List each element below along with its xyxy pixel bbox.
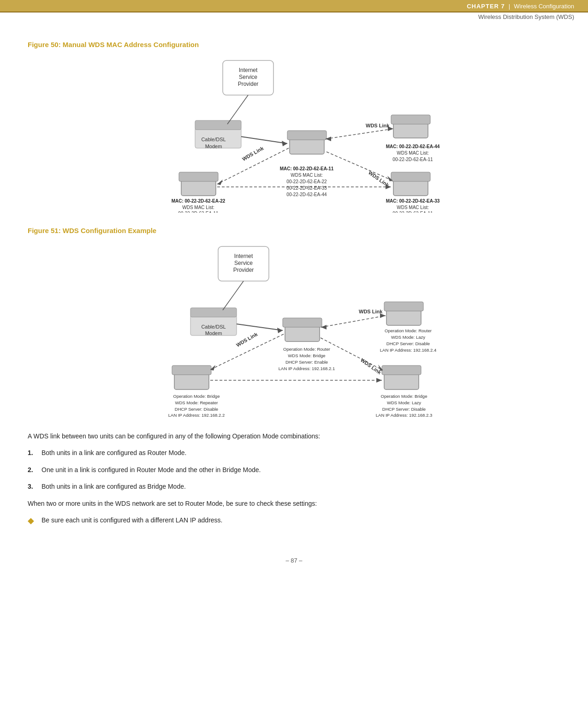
header-subtitle: Wireless Distribution System (WDS) [0, 13, 588, 22]
svg-text:WDS MAC List:: WDS MAC List: [291, 173, 322, 178]
svg-line-88 [237, 324, 283, 330]
svg-line-8 [227, 95, 248, 124]
wds-diagram-2: Internet Service Provider Cable/DSL Mode… [121, 242, 467, 417]
svg-text:MAC: 00-22-2D-62-EA-22: MAC: 00-22-2D-62-EA-22 [171, 198, 225, 204]
intro-text: A WDS link between two units can be conf… [28, 431, 560, 441]
svg-text:MAC: 00-22-2D-62-EA-11: MAC: 00-22-2D-62-EA-11 [279, 166, 333, 171]
svg-text:Operation Mode: Router: Operation Mode: Router [283, 347, 330, 352]
svg-text:DHCP Server: Disable: DHCP Server: Disable [382, 407, 425, 412]
svg-rect-5 [195, 120, 241, 130]
svg-text:WDS Link: WDS Link [359, 309, 383, 314]
svg-line-53 [223, 281, 244, 310]
svg-text:WDS Link: WDS Link [241, 145, 265, 162]
svg-text:WDS Mode: Lazy: WDS Mode: Lazy [391, 335, 425, 340]
wds-diagram-1: Internet Service Provider Cable/DSL Mode… [121, 56, 467, 213]
page-footer: – 87 – [0, 552, 588, 569]
svg-text:00-22-2D-62-EA-44: 00-22-2D-62-EA-44 [286, 192, 327, 197]
svg-line-76 [321, 316, 386, 327]
svg-text:WDS MAC List:: WDS MAC List: [397, 150, 428, 156]
svg-text:00-22-2D-62-EA-22: 00-22-2D-62-EA-22 [286, 179, 327, 184]
svg-text:WDS Mode: Repeater: WDS Mode: Repeater [175, 400, 218, 405]
bullet-icon: ◆ [28, 514, 42, 527]
svg-rect-22 [391, 172, 430, 181]
svg-text:Operation Mode: Bridge: Operation Mode: Bridge [173, 394, 220, 399]
list-text-2: One unit in a link is configured in Rout… [42, 465, 560, 475]
list-num-1: 1. [28, 448, 42, 458]
svg-text:WDS Mode: Lazy: WDS Mode: Lazy [387, 400, 421, 405]
svg-text:Provider: Provider [233, 267, 254, 273]
svg-text:LAN IP Address: 192.168.2.2: LAN IP Address: 192.168.2.2 [168, 413, 224, 417]
svg-text:Modem: Modem [205, 144, 222, 149]
svg-rect-10 [287, 131, 327, 140]
svg-text:DHCP Server: Enable: DHCP Server: Enable [285, 359, 327, 365]
svg-rect-50 [190, 308, 237, 317]
svg-text:00-22-2D-62-EA-11: 00-22-2D-62-EA-11 [392, 157, 433, 162]
svg-text:Cable/DSL: Cable/DSL [201, 324, 226, 330]
svg-rect-67 [382, 365, 421, 375]
svg-text:DHCP Server: Disable: DHCP Server: Disable [174, 407, 218, 412]
bullet-item-1: ◆ Be sure each unit is configured with a… [28, 515, 560, 527]
svg-text:LAN IP Address: 192.168.2.3: LAN IP Address: 192.168.2.3 [375, 413, 432, 417]
svg-rect-61 [384, 302, 423, 311]
page-content: Figure 50: Manual WDS MAC Address Config… [0, 22, 588, 552]
svg-text:MAC: 00-22-2D-62-EA-33: MAC: 00-22-2D-62-EA-33 [386, 198, 440, 204]
chapter-label: CHAPTER 7 [467, 3, 505, 10]
figure50-title: Figure 50: Manual WDS MAC Address Config… [28, 41, 560, 48]
list-text-1: Both units in a link are configured as R… [42, 448, 560, 458]
svg-marker-89 [277, 328, 283, 333]
svg-rect-26 [179, 172, 218, 181]
figure50-diagram: Internet Service Provider Cable/DSL Mode… [28, 56, 560, 213]
svg-text:00-22-2D-62-EA-11: 00-22-2D-62-EA-11 [392, 211, 433, 213]
svg-rect-17 [391, 115, 430, 124]
svg-marker-42 [282, 141, 287, 146]
list-num-3: 3. [28, 481, 42, 491]
svg-text:Operation Mode: Router: Operation Mode: Router [385, 328, 432, 333]
list-item-3: 3. Both units in a link are configured a… [28, 481, 560, 491]
svg-line-41 [241, 137, 287, 144]
svg-text:Operation Mode: Bridge: Operation Mode: Bridge [380, 394, 427, 399]
svg-text:Cable/DSL: Cable/DSL [201, 137, 226, 142]
svg-text:WDS Mode: Bridge: WDS Mode: Bridge [288, 353, 325, 358]
svg-text:Internet: Internet [234, 253, 253, 259]
page-number: – 87 – [285, 557, 302, 564]
svg-text:LAN IP Address: 192.168.2.4: LAN IP Address: 192.168.2.4 [380, 348, 436, 353]
svg-text:LAN IP Address: 192.168.2.1: LAN IP Address: 192.168.2.1 [278, 366, 334, 371]
list-item-2: 2. One unit in a link is configured in R… [28, 465, 560, 475]
svg-line-29 [326, 129, 393, 139]
page-header: CHAPTER 7 | Wireless Configuration [0, 0, 588, 12]
bullet-text-1: Be sure each unit is configured with a d… [42, 515, 560, 525]
svg-text:WDS Link: WDS Link [366, 123, 390, 128]
svg-line-33 [327, 152, 392, 180]
figure51-diagram: Internet Service Provider Cable/DSL Mode… [28, 242, 560, 417]
figure51-title: Figure 51: WDS Configuration Example [28, 227, 560, 234]
svg-rect-55 [283, 318, 322, 327]
svg-text:00-22-2D-62-EA-11: 00-22-2D-62-EA-11 [178, 211, 219, 213]
svg-text:MAC: 00-22-2D-62-EA-44: MAC: 00-22-2D-62-EA-44 [386, 144, 440, 149]
header-title: Wireless Configuration [514, 3, 574, 10]
svg-text:WDS MAC List:: WDS MAC List: [397, 205, 428, 210]
svg-text:Modem: Modem [205, 330, 222, 336]
svg-text:Service: Service [234, 260, 252, 266]
svg-text:WDS MAC List:: WDS MAC List: [182, 205, 214, 210]
svg-marker-87 [376, 378, 382, 383]
svg-text:00-22-2D-62-EA-33: 00-22-2D-62-EA-33 [286, 186, 327, 191]
svg-text:Internet: Internet [238, 67, 257, 73]
router-mode-note: When two or more units in the WDS networ… [28, 498, 560, 509]
list-num-2: 2. [28, 465, 42, 475]
header-sep: | [509, 3, 510, 10]
svg-text:DHCP Server: Disable: DHCP Server: Disable [386, 341, 429, 346]
svg-text:WDS Link: WDS Link [235, 331, 259, 348]
list-item-1: 1. Both units in a link are configured a… [28, 448, 560, 458]
svg-rect-72 [172, 365, 211, 375]
list-text-3: Both units in a link are configured as B… [42, 481, 560, 491]
svg-text:Service: Service [238, 74, 257, 80]
svg-text:Provider: Provider [238, 81, 258, 87]
